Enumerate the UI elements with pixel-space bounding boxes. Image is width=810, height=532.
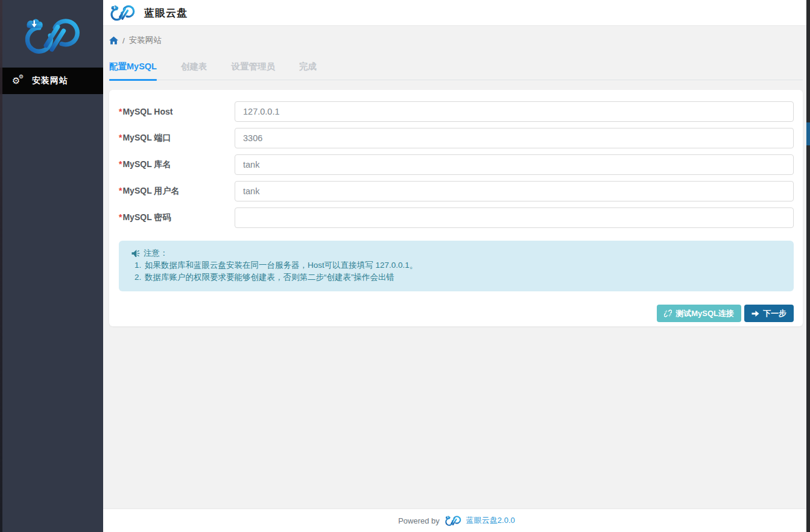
breadcrumb: / 安装网站 (103, 26, 810, 46)
app-logo-icon (21, 16, 83, 56)
arrow-right-icon (751, 310, 759, 317)
sidebar-logo-area (0, 0, 103, 68)
form-row-port: *MySQL 端口 (119, 128, 794, 148)
required-mark: * (119, 107, 122, 116)
mysql-database-input[interactable] (235, 154, 794, 175)
field-label: *MySQL 端口 (119, 133, 235, 144)
test-mysql-button[interactable]: 测试MySQL连接 (657, 305, 741, 322)
footer-logo-icon (444, 515, 462, 527)
mysql-password-input[interactable] (235, 207, 794, 228)
window-scrollbar-thumb[interactable] (806, 122, 810, 145)
actions-row: 测试MySQL连接 下一步 (119, 305, 794, 322)
notice-title: 注意： (144, 248, 168, 259)
breadcrumb-separator: / (122, 36, 125, 45)
footer: Powered by 蓝眼云盘2.0.0 (103, 508, 810, 532)
breadcrumb-current: 安装网站 (129, 35, 162, 46)
notice-list: 如果数据库和蓝眼云盘安装在同一台服务器，Host可以直接填写 127.0.0.1… (144, 260, 782, 283)
form-row-host: *MySQL Host (119, 101, 794, 122)
wizard-tabs: 配置MySQL 创建表 设置管理员 完成 (109, 61, 803, 80)
field-label: *MySQL Host (119, 107, 235, 116)
sidebar-item-label: 安装网站 (32, 75, 68, 86)
notice-header: 注意： (131, 248, 782, 259)
field-label: *MySQL 用户名 (119, 186, 235, 197)
home-icon[interactable] (109, 36, 118, 45)
notice-item: 数据库账户的权限要求要能够创建表，否则第二步“创建表”操作会出错 (144, 272, 782, 283)
mysql-port-input[interactable] (235, 128, 794, 148)
footer-brand-link[interactable]: 蓝眼云盘2.0.0 (466, 515, 515, 526)
form-row-password: *MySQL 密码 (119, 207, 794, 228)
required-mark: * (119, 159, 122, 169)
tab-create-tables[interactable]: 创建表 (181, 61, 207, 80)
required-mark: * (119, 133, 122, 142)
megaphone-icon (131, 250, 140, 258)
required-mark: * (119, 186, 122, 195)
mysql-host-input[interactable] (235, 101, 794, 122)
app-title: 蓝眼云盘 (144, 6, 188, 20)
tab-finish[interactable]: 完成 (299, 61, 317, 80)
field-label: *MySQL 密码 (119, 212, 235, 223)
tab-configure-mysql[interactable]: 配置MySQL (109, 61, 157, 80)
unlink-icon (664, 309, 672, 317)
mysql-config-card: *MySQL Host *MySQL 端口 *MySQL 库名 *MySQL 用… (109, 90, 803, 326)
header: 蓝眼云盘 (103, 0, 810, 26)
main-area: 蓝眼云盘 / 安装网站 配置MySQL 创建表 设置管理员 完成 *MySQL … (103, 0, 810, 532)
field-label: *MySQL 库名 (119, 159, 235, 170)
next-step-button[interactable]: 下一步 (744, 305, 794, 322)
notice-box: 注意： 如果数据库和蓝眼云盘安装在同一台服务器，Host可以直接填写 127.0… (119, 241, 794, 291)
form-row-username: *MySQL 用户名 (119, 181, 794, 201)
mysql-username-input[interactable] (235, 181, 794, 201)
cogs-icon: ⚙⚙ (13, 75, 25, 86)
header-logo-icon (109, 4, 136, 22)
window-scrollbar-track[interactable] (806, 0, 810, 532)
required-mark: * (119, 212, 122, 222)
powered-by-text: Powered by (398, 516, 440, 525)
tab-setup-admin[interactable]: 设置管理员 (231, 61, 275, 80)
sidebar: ⚙⚙ 安装网站 (0, 0, 103, 532)
form-row-database: *MySQL 库名 (119, 154, 794, 175)
notice-item: 如果数据库和蓝眼云盘安装在同一台服务器，Host可以直接填写 127.0.0.1… (144, 260, 782, 271)
sidebar-item-install[interactable]: ⚙⚙ 安装网站 (0, 68, 103, 94)
content-area: / 安装网站 配置MySQL 创建表 设置管理员 完成 *MySQL Host … (103, 26, 810, 508)
